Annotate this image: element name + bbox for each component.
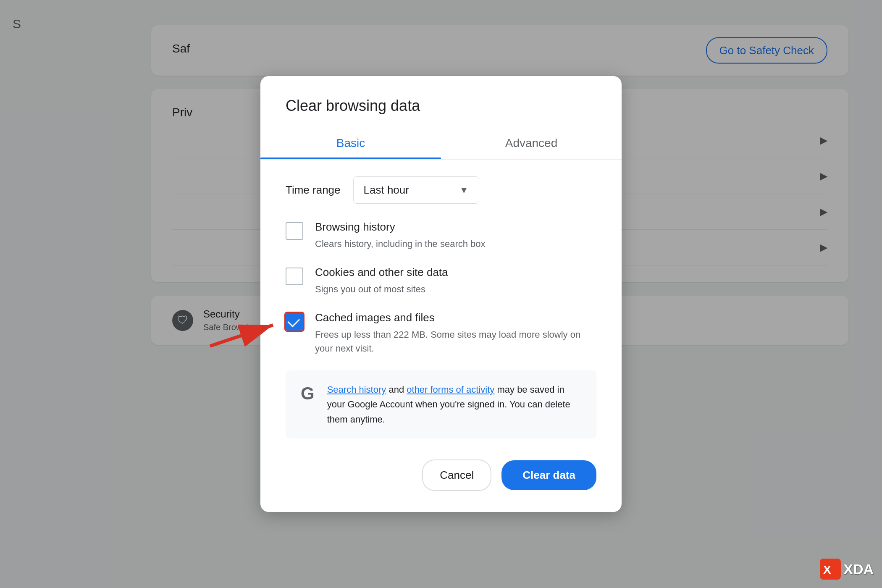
info-text-and: and xyxy=(388,384,407,395)
xda-text: XDA xyxy=(843,561,874,578)
cookies-checkbox[interactable] xyxy=(286,268,303,285)
cookies-subtitle: Signs you out of most sites xyxy=(315,282,448,296)
cookies-item: Cookies and other site data Signs you ou… xyxy=(286,266,596,296)
time-range-select[interactable]: Last hour ▼ xyxy=(353,176,479,204)
cached-text: Cached images and files Frees up less th… xyxy=(315,311,596,355)
browsing-history-item: Browsing history Clears history, includi… xyxy=(286,220,596,251)
search-history-link[interactable]: Search history xyxy=(327,384,386,395)
cached-title: Cached images and files xyxy=(315,311,596,324)
tab-advanced[interactable]: Advanced xyxy=(441,127,622,159)
dialog-body: Time range Last hour ▼ Browsing history … xyxy=(260,160,622,455)
cookies-title: Cookies and other site data xyxy=(315,266,448,279)
time-range-value: Last hour xyxy=(364,184,409,197)
browsing-history-checkbox[interactable] xyxy=(286,222,303,240)
browsing-history-title: Browsing history xyxy=(315,220,486,234)
red-arrow-container xyxy=(193,311,286,355)
browsing-history-subtitle: Clears history, including in the search … xyxy=(315,237,486,251)
svg-text:X: X xyxy=(823,563,831,576)
clear-browsing-data-dialog: Clear browsing data Basic Advanced Time … xyxy=(260,76,622,512)
cached-checkbox[interactable] xyxy=(286,313,303,331)
cached-item: Cached images and files Frees up less th… xyxy=(286,311,596,355)
modal-overlay: Clear browsing data Basic Advanced Time … xyxy=(0,0,882,588)
info-box-text: Search history and other forms of activi… xyxy=(327,382,581,427)
cancel-button[interactable]: Cancel xyxy=(422,459,491,491)
cookies-text: Cookies and other site data Signs you ou… xyxy=(315,266,448,296)
tab-basic[interactable]: Basic xyxy=(260,127,441,159)
svg-line-1 xyxy=(210,325,273,346)
xda-watermark: X XDA xyxy=(820,559,874,580)
time-range-row: Time range Last hour ▼ xyxy=(286,176,596,204)
dropdown-arrow-icon: ▼ xyxy=(459,185,469,196)
other-activity-link[interactable]: other forms of activity xyxy=(407,384,494,395)
google-info-box: G Search history and other forms of acti… xyxy=(286,370,596,438)
dialog-footer: Cancel Clear data xyxy=(260,455,622,491)
dialog-tabs: Basic Advanced xyxy=(260,127,622,160)
red-arrow-icon xyxy=(202,312,286,354)
dialog-title: Clear browsing data xyxy=(260,76,622,127)
xda-logo-icon: X xyxy=(820,559,841,580)
clear-data-button[interactable]: Clear data xyxy=(501,460,596,490)
cached-subtitle: Frees up less than 222 MB. Some sites ma… xyxy=(315,328,596,355)
google-g-icon: G xyxy=(301,382,315,405)
browsing-history-text: Browsing history Clears history, includi… xyxy=(315,220,486,251)
time-range-label: Time range xyxy=(286,184,341,197)
